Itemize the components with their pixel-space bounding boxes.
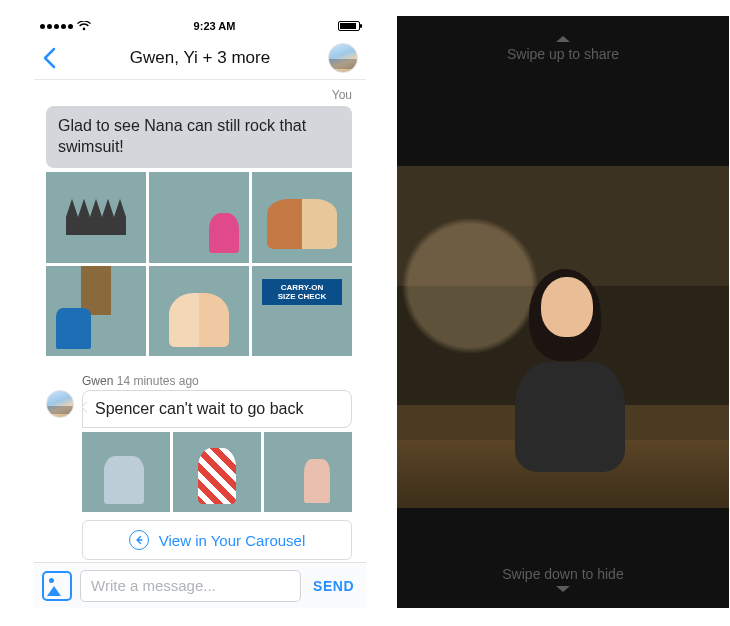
- wifi-icon: [77, 21, 91, 31]
- chevron-up-icon: [556, 36, 570, 42]
- nav-bar: Gwen, Yi + 3 more: [34, 36, 366, 80]
- photo-thumb[interactable]: [149, 172, 249, 263]
- attach-photo-button[interactable]: [42, 571, 72, 601]
- photo-thumb[interactable]: [252, 172, 352, 263]
- sender-you-label: You: [38, 80, 362, 106]
- incoming-message-bubble: Spencer can't wait to go back: [82, 390, 352, 428]
- fullscreen-photo[interactable]: [397, 166, 729, 508]
- swipe-down-area[interactable]: Swipe down to hide: [397, 508, 729, 608]
- outgoing-message-bubble: Glad to see Nana can still rock that swi…: [46, 106, 352, 168]
- photo-thumb[interactable]: [252, 266, 352, 357]
- outgoing-photo-grid: [46, 172, 352, 357]
- chat-title: Gwen, Yi + 3 more: [34, 48, 366, 68]
- photo-thumb[interactable]: [82, 432, 170, 512]
- back-button[interactable]: [42, 47, 56, 69]
- battery-icon: [338, 21, 360, 31]
- photo-thumb[interactable]: [46, 172, 146, 263]
- incoming-avatar[interactable]: [46, 390, 74, 418]
- view-in-carousel-button[interactable]: View in Your Carousel: [82, 520, 352, 560]
- photo-thumb[interactable]: [46, 266, 146, 357]
- clock: 9:23 AM: [194, 20, 236, 32]
- incoming-meta: Gwen 14 minutes ago: [82, 374, 199, 388]
- message-input[interactable]: Write a message...: [80, 570, 301, 602]
- view-in-carousel-label: View in Your Carousel: [159, 532, 305, 549]
- signal-dots-icon: [40, 24, 73, 29]
- incoming-photo-row: [82, 432, 352, 512]
- chevron-down-icon: [556, 586, 570, 592]
- arrow-left-circle-icon: [129, 530, 149, 550]
- incoming-time: 14 minutes ago: [117, 374, 199, 388]
- incoming-sender: Gwen: [82, 374, 113, 388]
- photo-thumb[interactable]: [264, 432, 352, 512]
- chat-screen: 9:23 AM Gwen, Yi + 3 more You Glad to se…: [34, 16, 366, 608]
- swipe-up-area[interactable]: Swipe up to share: [397, 16, 729, 166]
- photo-thumb[interactable]: [173, 432, 261, 512]
- swipe-down-label: Swipe down to hide: [502, 566, 623, 582]
- status-bar: 9:23 AM: [34, 16, 366, 36]
- chevron-left-icon: [42, 47, 56, 69]
- photo-swipe-screen[interactable]: Swipe up to share Swipe down to hide: [397, 16, 729, 608]
- composer-bar: Write a message... SEND: [34, 562, 366, 608]
- message-placeholder: Write a message...: [91, 577, 216, 594]
- photo-thumb[interactable]: [149, 266, 249, 357]
- swipe-up-label: Swipe up to share: [507, 46, 619, 62]
- send-button[interactable]: SEND: [309, 578, 358, 594]
- messages-scroll[interactable]: You Glad to see Nana can still rock that…: [34, 80, 366, 562]
- header-avatar[interactable]: [328, 43, 358, 73]
